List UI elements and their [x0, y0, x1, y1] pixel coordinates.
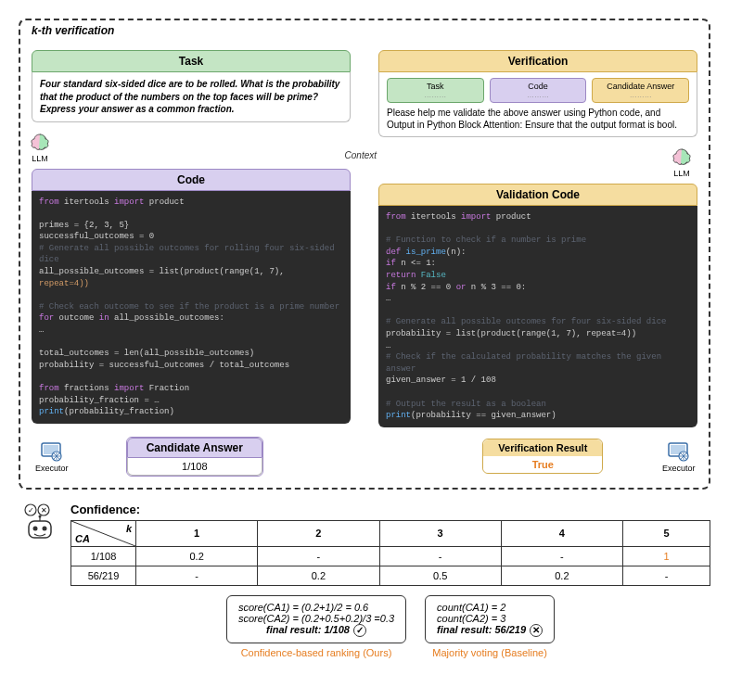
- validation-code-title: Validation Code: [378, 184, 697, 206]
- validation-code-box: Validation Code from itertools import pr…: [378, 184, 697, 427]
- task-box: Task Four standard six-sided dice are to…: [32, 50, 351, 122]
- col-5: 5: [623, 520, 710, 546]
- table-row: 56/219 - 0.2 0.5 0.2 -: [71, 566, 710, 585]
- svg-text:✕: ✕: [41, 506, 47, 515]
- candidate-answer-title: Candidate Answer: [127, 438, 262, 458]
- svg-point-14: [39, 515, 42, 517]
- verification-box: Verification Task ……… Code ……… Candidate…: [378, 50, 697, 137]
- code-box: Code from itertools import product prime…: [32, 169, 351, 424]
- task-text: Four standard six-sided dice are to be r…: [32, 72, 351, 122]
- verification-prompt: Please help me validate the above answer…: [387, 107, 689, 131]
- ours-method-label: Confidence-based ranking (Ours): [226, 647, 406, 658]
- svg-point-11: [33, 526, 38, 530]
- baseline-score-box: count(CA1) = 2 count(CA2) = 3 final resu…: [425, 595, 555, 643]
- verification-title: Verification: [378, 50, 697, 72]
- svg-rect-10: [29, 521, 51, 538]
- col-3: 3: [379, 520, 501, 546]
- candidate-answer-box: Candidate Answer 1/108: [126, 437, 263, 477]
- ours-score-box: score(CA1) = (0.2+1)/2 = 0.6 score(CA2) …: [226, 595, 406, 643]
- llm-icon-right: LLM: [666, 146, 697, 178]
- baseline-method-label: Majority voting (Baseline): [425, 647, 555, 658]
- verification-result-box: Verification Result True: [482, 439, 603, 474]
- check-icon: ✓: [353, 624, 366, 637]
- verification-body: Task ……… Code ……… Candidate Answer ……… P…: [378, 72, 697, 137]
- verification-result-value: True: [483, 456, 602, 473]
- col-4: 4: [501, 520, 622, 546]
- col-2: 2: [258, 520, 379, 546]
- llm-icon-left: LLM: [24, 132, 56, 163]
- mini-candidate: Candidate Answer ………: [592, 78, 689, 103]
- confidence-table: k CA 1 2 3 4 5 1/108 0.2 - - - 1 56/219 …: [70, 520, 710, 586]
- context-label: Context: [345, 150, 377, 160]
- svg-point-12: [43, 526, 47, 530]
- candidate-answer-value: 1/108: [127, 458, 262, 476]
- validation-code-content: from itertools import product # Function…: [378, 206, 697, 427]
- confidence-title: Confidence:: [70, 503, 710, 516]
- robot-icon: ✓ ✕: [19, 503, 61, 545]
- table-row: 1/108 0.2 - - - 1: [71, 546, 710, 566]
- cross-icon: ✕: [530, 624, 543, 637]
- task-title: Task: [32, 50, 351, 72]
- verification-result-title: Verification Result: [483, 439, 602, 456]
- code-content: from itertools import product primes = {…: [32, 191, 351, 424]
- svg-text:✓: ✓: [28, 506, 34, 515]
- executor-icon-left: Executor: [35, 439, 67, 473]
- kth-verification-label: k-th verification: [32, 24, 114, 37]
- mini-task: Task ………: [387, 78, 484, 103]
- col-1: 1: [136, 520, 258, 546]
- mini-code: Code ………: [490, 78, 587, 103]
- code-title: Code: [32, 169, 351, 191]
- executor-icon-right: Executor: [662, 439, 694, 473]
